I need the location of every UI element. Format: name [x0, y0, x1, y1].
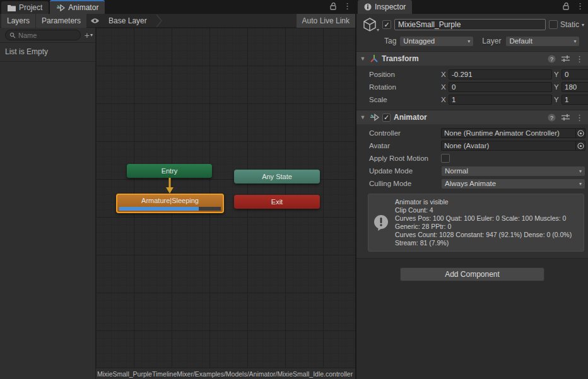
gameobject-name-field[interactable] — [394, 19, 546, 30]
apply-root-motion-checkbox[interactable] — [441, 154, 450, 163]
info-line: Clip Count: 4 — [395, 206, 572, 214]
tab-project-label: Project — [19, 3, 42, 12]
presets-icon[interactable] — [562, 114, 570, 121]
tab-animator-label: Animator — [68, 3, 98, 12]
playback-progress-bar — [119, 207, 221, 211]
add-parameter-button[interactable]: + ▾ — [81, 30, 93, 40]
object-picker-icon[interactable] — [575, 141, 585, 150]
eye-icon[interactable] — [87, 14, 102, 28]
controller-value: None (Runtime Animator Controller) — [442, 129, 575, 137]
animator-info-box: Animator is visible Clip Count: 4 Curves… — [368, 194, 584, 252]
kebab-menu-icon[interactable]: ⋮ — [575, 54, 584, 64]
animator-component: ▼ Animator ? — [356, 110, 588, 259]
scale-row: Scale X Y Z — [359, 93, 585, 106]
scale-x-field[interactable] — [449, 95, 552, 105]
inspector-panel: Inspector ⋮ ▾ — [356, 0, 588, 379]
tag-dropdown[interactable]: Untagged ▾ — [399, 36, 474, 47]
chevron-down-icon: ▾ — [579, 168, 582, 174]
info-line: Generic: 28 PPtr: 0 — [395, 223, 572, 231]
apply-root-motion-label: Apply Root Motion — [359, 155, 440, 162]
help-icon[interactable]: ? — [548, 55, 556, 63]
axis-y-label: Y — [554, 96, 560, 103]
controller-label: Controller — [359, 129, 440, 137]
gameobject-header: ▾ Static ▾ Tag Untagged ▾ — [356, 14, 588, 52]
rotation-y-field[interactable] — [562, 82, 588, 92]
update-mode-label: Update Mode — [359, 167, 440, 175]
position-y-field[interactable] — [562, 69, 588, 79]
svg-text:?: ? — [550, 114, 553, 120]
culling-mode-row: Culling Mode Always Animate ▾ — [359, 177, 585, 190]
foldout-icon[interactable]: ▼ — [359, 55, 367, 62]
kebab-menu-icon[interactable]: ⋮ — [575, 113, 584, 122]
unity-editor: Project Animator ⋮ — [0, 0, 588, 379]
presets-icon[interactable] — [562, 55, 570, 62]
search-field[interactable] — [18, 32, 62, 39]
chevron-down-icon[interactable]: ▾ — [582, 22, 584, 28]
info-icon — [364, 3, 372, 11]
info-line: Curves Pos: 100 Quat: 100 Euler: 0 Scale… — [395, 214, 572, 223]
rotation-x-field[interactable] — [449, 82, 552, 92]
tab-inspector[interactable]: Inspector — [358, 0, 412, 14]
culling-mode-value: Always Animate — [445, 180, 496, 187]
inspector-tabbar: Inspector ⋮ — [356, 0, 588, 14]
state-node-entry[interactable]: Entry — [127, 164, 212, 178]
update-mode-value: Normal — [445, 167, 468, 175]
tag-value: Untagged — [403, 37, 435, 45]
transition-arrow[interactable] — [165, 178, 175, 194]
chevron-down-icon: ▾ — [467, 38, 470, 44]
avatar-object-field[interactable]: None (Avatar) — [441, 141, 585, 151]
plus-icon: + — [85, 30, 90, 40]
state-node-exit[interactable]: Exit — [234, 195, 320, 209]
layers-tab[interactable]: Layers — [1, 14, 35, 28]
help-icon[interactable]: ? — [548, 114, 556, 122]
animator-toolbar: Layers Parameters Base Layer Auto Live L… — [0, 14, 355, 28]
layer-value: Default — [509, 37, 532, 45]
static-label: Static — [560, 20, 579, 29]
state-node-label: Armature|Sleeping — [141, 195, 199, 206]
search-input[interactable] — [5, 30, 81, 40]
component-enabled-checkbox[interactable] — [382, 114, 391, 122]
tab-animator[interactable]: Animator — [50, 0, 105, 14]
foldout-icon[interactable]: ▼ — [359, 114, 367, 120]
auto-live-link-button[interactable]: Auto Live Link — [297, 14, 355, 28]
scale-y-field[interactable] — [562, 95, 588, 105]
lock-icon[interactable] — [330, 3, 337, 10]
kebab-menu-icon[interactable]: ⋮ — [343, 1, 351, 11]
svg-text:?: ? — [550, 55, 553, 62]
static-checkbox[interactable] — [549, 20, 558, 29]
gameobject-cube-icon[interactable]: ▾ — [360, 16, 379, 33]
animator-tabbar: Project Animator ⋮ — [0, 0, 355, 14]
object-picker-icon[interactable] — [575, 129, 585, 137]
rotation-row: Rotation X Y Z — [359, 81, 585, 93]
transform-header[interactable]: ▼ Transform ? — [356, 52, 588, 66]
axis-y-label: Y — [554, 71, 560, 78]
add-component-button[interactable]: Add Component — [400, 267, 544, 281]
state-node-label: Any State — [262, 173, 292, 180]
active-checkbox[interactable] — [382, 20, 391, 29]
breadcrumb[interactable]: Base Layer — [102, 14, 166, 28]
position-row: Position X Y Z — [359, 68, 585, 81]
state-node-any-state[interactable]: Any State — [234, 170, 320, 184]
auto-live-link-label: Auto Live Link — [302, 16, 350, 25]
controller-object-field[interactable]: None (Runtime Animator Controller) — [441, 128, 585, 138]
culling-mode-dropdown[interactable]: Always Animate ▾ — [441, 178, 585, 189]
layer-dropdown[interactable]: Default ▾ — [505, 36, 580, 47]
position-label: Position — [359, 71, 440, 78]
chevron-down-icon: ▾ — [90, 32, 93, 38]
transform-component: ▼ Transform ? — [356, 52, 588, 110]
info-line: Stream: 81 (7.9%) — [395, 239, 572, 247]
scale-label: Scale — [359, 96, 440, 103]
tab-project[interactable]: Project — [1, 1, 49, 14]
position-x-field[interactable] — [449, 69, 552, 79]
state-node-armature-sleeping[interactable]: Armature|Sleeping — [116, 194, 224, 213]
kebab-menu-icon[interactable]: ⋮ — [576, 1, 584, 11]
controller-row: Controller None (Runtime Animator Contro… — [359, 127, 585, 139]
tab-inspector-label: Inspector — [375, 3, 406, 11]
update-mode-dropdown[interactable]: Normal ▾ — [441, 166, 585, 177]
transform-title: Transform — [382, 54, 544, 63]
animator-header[interactable]: ▼ Animator ? — [356, 110, 588, 124]
state-machine-graph[interactable]: Entry Any State Armature|Sleeping Exit — [96, 28, 355, 379]
animator-sidebar: + ▾ List is Empty — [0, 28, 96, 379]
lock-icon[interactable] — [563, 3, 570, 10]
parameters-tab[interactable]: Parameters — [36, 14, 86, 28]
